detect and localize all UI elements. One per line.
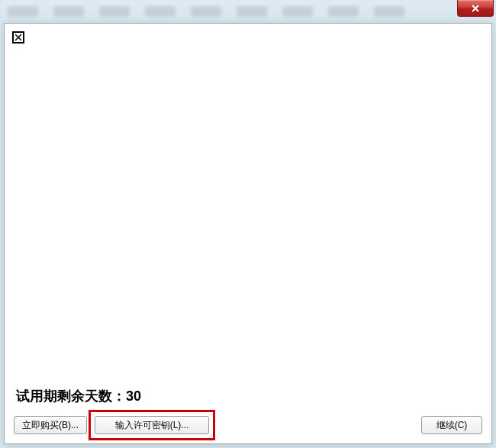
- blur-menu-item: [328, 6, 359, 17]
- dialog-button-bar: 立即购买(B)... 输入许可密钥(L)... 继续(C): [14, 416, 482, 434]
- dialog-content-area: 试用期剩余天数：30 立即购买(B)... 输入许可密钥(L)... 继续(C): [5, 24, 491, 443]
- blur-menu-item: [8, 6, 38, 17]
- close-icon: [471, 5, 480, 12]
- blur-menu-item: [191, 6, 221, 17]
- blur-menu-item: [237, 6, 267, 17]
- trial-days-remaining-text: 试用期剩余天数：30: [16, 387, 141, 405]
- blur-menu-item: [282, 6, 313, 17]
- blur-menu-item: [99, 6, 130, 17]
- buy-now-button[interactable]: 立即购买(B)...: [14, 416, 87, 434]
- blur-menu-item: [53, 6, 84, 17]
- blur-menu-item: [374, 6, 404, 17]
- window-close-button[interactable]: [457, 0, 494, 17]
- trial-dialog: 试用期剩余天数：30 立即购买(B)... 输入许可密钥(L)... 继续(C): [4, 23, 492, 444]
- enter-license-button[interactable]: 输入许可密钥(L)...: [95, 416, 209, 434]
- background-menu-bar: [0, 0, 496, 23]
- continue-button[interactable]: 继续(C): [421, 416, 482, 434]
- blur-menu-item: [145, 6, 176, 17]
